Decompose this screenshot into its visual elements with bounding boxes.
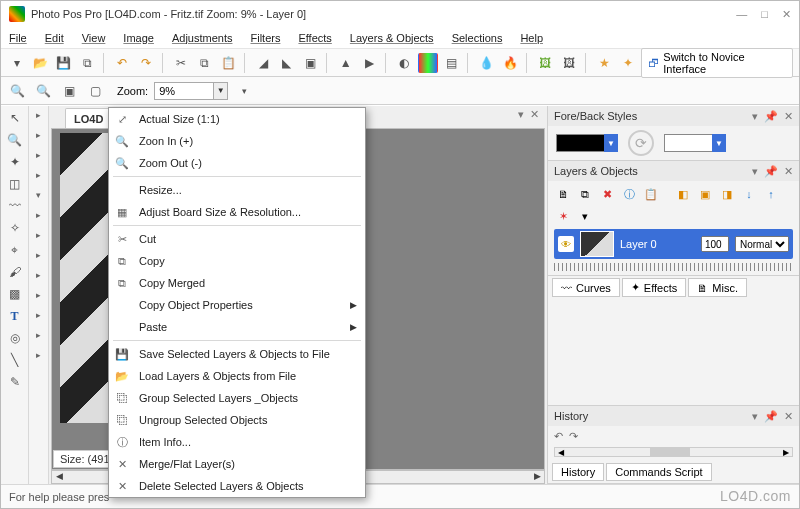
flip-h-icon[interactable]: ▲ <box>336 53 355 73</box>
frame-icon[interactable]: 🖼 <box>559 53 578 73</box>
hist-pin-icon[interactable]: 📌 <box>764 410 778 423</box>
hist-min-icon[interactable]: ▾ <box>752 410 758 423</box>
panel-min-icon[interactable]: ▾ <box>752 110 758 123</box>
visibility-icon[interactable]: 👁 <box>558 236 574 252</box>
actual-icon[interactable]: ▢ <box>85 81 105 101</box>
sub-k-icon[interactable]: ▸ <box>32 308 46 322</box>
drop-icon[interactable]: 💧 <box>477 53 496 73</box>
zoom-out-icon[interactable]: 🔍 <box>33 81 53 101</box>
tool-a-icon[interactable]: ◢ <box>254 53 273 73</box>
layer-row[interactable]: 👁 Layer 0 Normal <box>554 229 793 259</box>
hist-redo-icon[interactable]: ↷ <box>569 430 578 443</box>
clone-tool-icon[interactable]: ⌖ <box>4 240 26 260</box>
menu-image[interactable]: Image <box>123 32 154 44</box>
panel-pin-icon[interactable]: 📌 <box>764 110 778 123</box>
foreground-swatch[interactable]: ▼ <box>556 134 618 152</box>
opacity-slider[interactable] <box>554 263 793 271</box>
paste-layer-icon[interactable]: 📋 <box>642 185 660 203</box>
move-tool-icon[interactable]: ↖ <box>4 108 26 128</box>
sub-i-icon[interactable]: ▸ <box>32 268 46 282</box>
opacity-input[interactable] <box>701 236 729 252</box>
menu-edit[interactable]: Edit <box>45 32 64 44</box>
sub-m-icon[interactable]: ▸ <box>32 348 46 362</box>
ctx-item-0[interactable]: ⤢Actual Size (1:1) <box>109 108 365 130</box>
up-icon[interactable]: ↑ <box>762 185 780 203</box>
ctx-item-9[interactable]: ⧉Copy Merged <box>109 272 365 294</box>
shape-tool-icon[interactable]: ◎ <box>4 328 26 348</box>
sub-j-icon[interactable]: ▸ <box>32 288 46 302</box>
menu-layers-objects[interactable]: Layers & Objects <box>350 32 434 44</box>
hist-right-icon[interactable]: ▶ <box>780 448 792 456</box>
back-dd-icon[interactable]: ▼ <box>712 134 726 152</box>
tab-misc[interactable]: 🗎Misc. <box>688 278 747 297</box>
magic-tool-icon[interactable]: ✧ <box>4 218 26 238</box>
tool-b-icon[interactable]: ◣ <box>277 53 296 73</box>
minimize-button[interactable]: — <box>736 8 747 21</box>
ctx-item-13[interactable]: 💾Save Selected Layers & Objects to File <box>109 343 365 365</box>
brush-tool-icon[interactable]: 🖌 <box>4 262 26 282</box>
ctx-item-10[interactable]: Copy Object Properties▶ <box>109 294 365 316</box>
tab-commands[interactable]: Commands Script <box>606 463 711 481</box>
menu-file[interactable]: File <box>9 32 27 44</box>
text-tool-icon[interactable]: T <box>4 306 26 326</box>
del-layer-icon[interactable]: ✖ <box>598 185 616 203</box>
more-icon[interactable]: ▾ <box>576 207 594 225</box>
switch-interface-button[interactable]: 🗗 Switch to Novice Interface <box>641 48 793 78</box>
eyedrop-tool-icon[interactable]: ✎ <box>4 372 26 392</box>
ctx-item-2[interactable]: 🔍Zoom Out (-) <box>109 152 365 174</box>
hist-thumb[interactable] <box>650 448 690 456</box>
zoom-tool-icon[interactable]: 🔍 <box>4 130 26 150</box>
menu-adjustments[interactable]: Adjustments <box>172 32 233 44</box>
hist-close-icon[interactable]: ✕ <box>784 410 793 423</box>
ctx-item-15[interactable]: ⿻Group Selected Layers _Objects <box>109 387 365 409</box>
fire-icon[interactable]: 🔥 <box>500 53 519 73</box>
ctx-item-7[interactable]: ✂Cut <box>109 228 365 250</box>
align1-icon[interactable]: ◧ <box>674 185 692 203</box>
props-icon[interactable]: ⓘ <box>620 185 638 203</box>
sub-c-icon[interactable]: ▸ <box>32 148 46 162</box>
zoom-in-icon[interactable]: 🔍 <box>7 81 27 101</box>
ctx-item-18[interactable]: ✕Merge/Flat Layer(s) <box>109 453 365 475</box>
sub-d-icon[interactable]: ▸ <box>32 168 46 182</box>
sub-e-icon[interactable]: ▾ <box>32 188 46 202</box>
contrast-icon[interactable]: ◐ <box>395 53 414 73</box>
undo-icon[interactable]: ↶ <box>113 53 132 73</box>
copy-icon[interactable]: ⧉ <box>77 53 96 73</box>
wand-icon[interactable]: ✦ <box>618 53 637 73</box>
cut-icon[interactable]: ✂ <box>171 53 190 73</box>
palette-icon[interactable] <box>418 53 437 73</box>
tool-c-icon[interactable]: ▣ <box>301 53 320 73</box>
levels-icon[interactable]: ▤ <box>442 53 461 73</box>
lasso-tool-icon[interactable]: 〰 <box>4 196 26 216</box>
sub-l-icon[interactable]: ▸ <box>32 328 46 342</box>
ctx-item-8[interactable]: ⧉Copy <box>109 250 365 272</box>
select-tool-icon[interactable]: ✦ <box>4 152 26 172</box>
dup-layer-icon[interactable]: ⧉ <box>576 185 594 203</box>
fore-dd-icon[interactable]: ▼ <box>604 134 618 152</box>
lo-close-icon[interactable]: ✕ <box>784 165 793 178</box>
zoom-dropdown-icon[interactable]: ▼ <box>214 82 228 100</box>
doc-close-icon[interactable]: ✕ <box>530 108 539 121</box>
align3-icon[interactable]: ◨ <box>718 185 736 203</box>
menu-help[interactable]: Help <box>520 32 543 44</box>
tab-effects[interactable]: ✦Effects <box>622 278 686 297</box>
background-swatch[interactable]: ▼ <box>664 134 726 152</box>
scroll-left-icon[interactable]: ◀ <box>52 471 66 483</box>
zoom-combo[interactable]: ▼ <box>154 82 228 100</box>
hist-undo-icon[interactable]: ↶ <box>554 430 563 443</box>
hist-left-icon[interactable]: ◀ <box>555 448 567 456</box>
ctx-item-5[interactable]: ▦Adjust Board Size & Resolution... <box>109 201 365 223</box>
align2-icon[interactable]: ▣ <box>696 185 714 203</box>
ctx-item-1[interactable]: 🔍Zoon In (+) <box>109 130 365 152</box>
ctx-item-16[interactable]: ⿻Ungroup Selected Objects <box>109 409 365 431</box>
ctx-item-19[interactable]: ✕Delete Selected Layers & Objects <box>109 475 365 497</box>
copy2-icon[interactable]: ⧉ <box>195 53 214 73</box>
line-tool-icon[interactable]: ╲ <box>4 350 26 370</box>
sub-h-icon[interactable]: ▸ <box>32 248 46 262</box>
fx-icon[interactable]: ✶ <box>554 207 572 225</box>
save-icon[interactable]: 💾 <box>54 53 73 73</box>
tab-history[interactable]: History <box>552 463 604 481</box>
new-icon[interactable]: ▾ <box>7 53 26 73</box>
maximize-button[interactable]: □ <box>761 8 768 21</box>
down-icon[interactable]: ↓ <box>740 185 758 203</box>
